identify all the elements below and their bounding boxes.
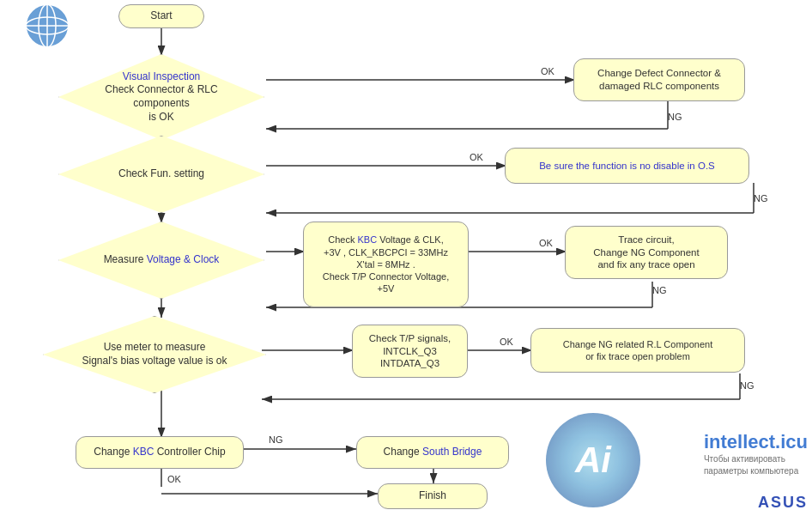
start-box: Start [118, 4, 204, 28]
svg-text:OK: OK [167, 474, 182, 484]
intellect-sub1: Чтобы активировать [704, 453, 808, 465]
svg-text:NG: NG [652, 285, 667, 295]
watermark-text-block: intellect.icu Чтобы активировать парамет… [704, 431, 808, 477]
check-kbc-label: Check KBC Voltage & CLK,+3V , CLK_KBCPCI… [323, 234, 450, 294]
change-south-label: Change South Bridge [384, 446, 482, 459]
ai-text: Ai [575, 440, 611, 481]
watermark: Ai intellect.icu Чтобы активировать пара… [537, 404, 812, 516]
intellect-sub2: параметры компьютера [704, 465, 808, 477]
visual-inspection-diamond: Visual Inspection Check Connector & RLC … [58, 54, 264, 140]
check-fun-label: Check Fun. setting [118, 167, 204, 179]
finish-box: Finish [378, 483, 488, 509]
svg-text:OK: OK [500, 337, 514, 347]
change-kbc-box: Change KBC Controller Chip [76, 436, 244, 469]
start-label: Start [150, 9, 172, 23]
ai-circle: Ai [546, 413, 640, 507]
check-kbc-box: Check KBC Voltage & CLK,+3V , CLK_KBCPCI… [303, 222, 469, 307]
change-rl-label: Change NG related R.L Componentor fix tr… [563, 338, 712, 363]
svg-text:NG: NG [740, 380, 754, 391]
svg-text:OK: OK [541, 66, 555, 76]
asus-logo: ASUS [758, 494, 808, 512]
signal-bias-label: Use meter to measureSignal's bias voltag… [82, 341, 227, 367]
diagram-container: OK NG OK NG OK NG OK [0, 0, 812, 516]
signal-bias-diamond: Use meter to measureSignal's bias voltag… [43, 316, 266, 393]
svg-text:OK: OK [539, 238, 554, 248]
check-tp-label: Check T/P signals,INTCLK_Q3INTDATA_Q3 [369, 332, 451, 371]
check-tp-box: Check T/P signals,INTCLK_Q3INTDATA_Q3 [352, 325, 468, 378]
change-defect-box: Change Defect Connector &damaged RLC com… [573, 58, 745, 101]
check-fun-diamond: Check Fun. setting [58, 136, 264, 213]
svg-text:NG: NG [269, 434, 283, 445]
be-sure-box: Be sure the function is no disable in O.… [505, 148, 749, 184]
svg-text:NG: NG [668, 112, 682, 122]
change-rl-box: Change NG related R.L Componentor fix tr… [530, 328, 745, 373]
visual-inspection-text: Check Connector & RLC componentsis OK [105, 83, 217, 122]
finish-label: Finish [419, 489, 446, 503]
svg-text:NG: NG [754, 193, 768, 203]
be-sure-label: Be sure the function is no disable in O.… [539, 160, 715, 173]
intellect-url: intellect.icu [704, 431, 808, 453]
change-south-box: Change South Bridge [356, 436, 509, 469]
change-kbc-label: Change KBC Controller Chip [94, 446, 225, 459]
visual-inspection-link: Visual Inspection [123, 70, 201, 82]
trace-circuit-box: Trace circuit,Change NG Componentand fix… [565, 226, 728, 279]
svg-text:OK: OK [470, 152, 484, 162]
measure-voltage-diamond: Measure Voltage & Clock [58, 222, 264, 299]
change-defect-label: Change Defect Connector &damaged RLC com… [597, 67, 721, 93]
trace-circuit-label: Trace circuit,Change NG Componentand fix… [593, 234, 699, 272]
measure-blue: Voltage & Clock [147, 253, 220, 265]
measure-prefix: Measure [104, 253, 147, 265]
